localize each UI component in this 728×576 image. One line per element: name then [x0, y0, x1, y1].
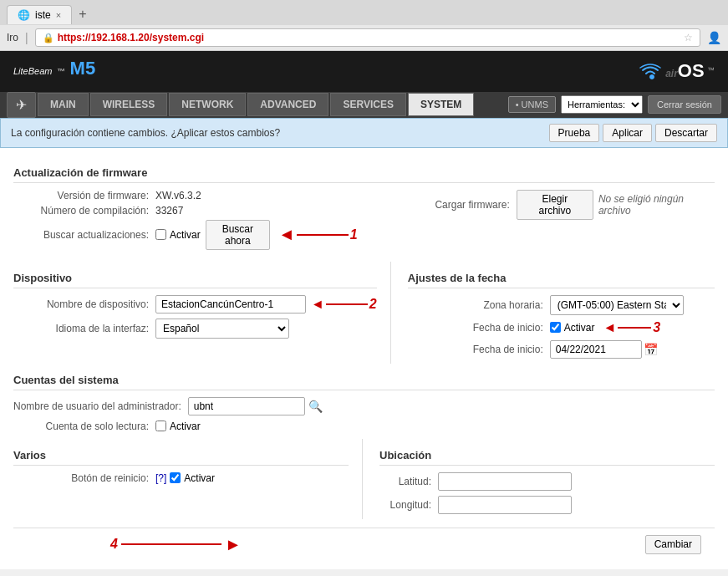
tab-services[interactable]: SERVICES: [330, 93, 405, 116]
arrow-line-3: [618, 327, 651, 329]
herramientas-select[interactable]: Herramientas:: [561, 95, 643, 114]
arrow-left-1: ◄: [278, 225, 295, 244]
reinicio-activar-text: Activar: [184, 472, 215, 484]
firmware-version-value: XW.v6.3.2: [155, 190, 201, 201]
notice-buttons: Prueba Aplicar Descartar: [549, 124, 717, 142]
nav-home-btn[interactable]: ✈: [7, 92, 36, 118]
date-input-wrap: 📅: [550, 340, 658, 359]
reinicio-checkbox[interactable]: [170, 472, 181, 483]
no-file-text: No se eligió ningún archivo: [598, 193, 715, 217]
firmware-build-row: Número de compilación: 33267: [13, 205, 358, 217]
annotation-3: 3: [653, 320, 660, 335]
reinicio-checkbox-label: Activar: [170, 472, 215, 484]
tab-main[interactable]: MAIN: [38, 93, 89, 116]
buscar-row: Buscar actualizaciones: Activar Buscar a…: [13, 220, 358, 250]
dispositivo-section: Dispositivo Nombre de dispositivo: docum…: [13, 262, 391, 364]
cambiar-btn[interactable]: Cambiar: [645, 535, 701, 554]
firmware-build-value: 33267: [155, 205, 183, 217]
latitud-input[interactable]: [438, 472, 572, 491]
brand-litebeam: LiteBeam: [13, 66, 52, 76]
idioma-label: Idioma de la interfaz:: [13, 323, 155, 334]
varios-title: Varios: [13, 449, 349, 466]
aplicar-btn[interactable]: Aplicar: [603, 124, 652, 142]
tab-close-btn[interactable]: ×: [56, 10, 61, 20]
arrow-left-3: ◄: [603, 320, 616, 335]
content: Actualización de firmware Versión de fir…: [0, 148, 728, 569]
os-text: OS: [678, 60, 705, 81]
annotation-2: 2: [369, 297, 377, 312]
unms-badge: • UNMS: [508, 96, 556, 113]
readonly-checkbox-label: Activar: [155, 421, 201, 432]
descartar-btn[interactable]: Descartar: [655, 124, 717, 142]
browser-chrome: 🌐 iste × + Iro | 🔒 https://192.168.1.20/…: [0, 0, 728, 51]
longitud-input[interactable]: [438, 496, 572, 514]
readonly-checkbox[interactable]: [155, 421, 166, 431]
notice-text: La configuración contiene cambios. ¿Apli…: [11, 127, 280, 139]
ubicacion-section: Ubicación Latitud: Longitud:: [363, 439, 715, 519]
fecha-activar-checkbox[interactable]: [550, 322, 561, 333]
elegir-archivo-btn[interactable]: Elegir archivo: [517, 190, 593, 220]
address-bar: Iro | 🔒 https://192.168.1.20/system.cgi …: [0, 25, 728, 50]
device-fecha-container: Dispositivo Nombre de dispositivo: docum…: [13, 262, 715, 364]
password-search-icon[interactable]: 🔍: [308, 400, 323, 413]
varios-ubicacion-container: Varios Botón de reinicio: [?] Activar Ub…: [13, 439, 715, 519]
firmware-section-title: Actualización de firmware: [13, 166, 715, 183]
calendar-icon[interactable]: 📅: [644, 343, 658, 356]
zona-select[interactable]: (GMT-05:00) Eastern Sta: [550, 295, 684, 315]
url-box[interactable]: 🔒 https://192.168.1.20/system.cgi ☆: [35, 28, 700, 47]
arrow-left-2: ◄: [311, 297, 324, 312]
fecha-inicio-check-label: Fecha de inicio:: [408, 322, 550, 334]
cerrar-sesion-btn[interactable]: Cerrar sesión: [648, 95, 721, 114]
longitud-label: Longitud:: [379, 499, 438, 511]
firmware-content: Versión de firmware: XW.v6.3.2 Número de…: [13, 190, 715, 255]
zona-label: Zona horaria:: [408, 299, 550, 311]
buscar-activar-checkbox[interactable]: [155, 229, 166, 240]
admin-label: Nombre de usuario del administrador:: [13, 400, 188, 412]
reinicio-help-link[interactable]: [?]: [155, 472, 166, 484]
browser-tab[interactable]: 🌐 iste ×: [7, 5, 72, 24]
brand-tm: ™: [57, 67, 65, 76]
address-label: Iro: [7, 32, 18, 43]
separator: |: [25, 31, 28, 44]
fecha-section: Ajustes de la fecha Zona horaria: (GMT-0…: [391, 262, 715, 364]
bookmark-icon[interactable]: ☆: [684, 32, 693, 43]
fecha-value-row: Fecha de inicio: 📅: [408, 340, 715, 359]
new-tab-btn[interactable]: +: [72, 3, 93, 25]
profile-icon[interactable]: 👤: [707, 31, 721, 44]
reinicio-row: Botón de reinicio: [?] Activar: [13, 472, 349, 484]
nombre-label: Nombre de dispositivo:: [13, 298, 155, 310]
tab-wireless[interactable]: WIRELESS: [90, 93, 168, 116]
tab-favicon: 🌐: [18, 9, 30, 21]
latitud-row: Latitud:: [379, 472, 715, 491]
url-text: https://192.168.1.20/system.cgi: [58, 32, 204, 43]
fecha-input[interactable]: [550, 340, 642, 359]
notice-bar: La configuración contiene cambios. ¿Apli…: [0, 118, 728, 148]
buscar-ahora-btn[interactable]: Buscar ahora: [206, 220, 270, 250]
tab-system[interactable]: SYSTEM: [408, 93, 474, 116]
firmware-right: Cargar firmware: Elegir archivo No se el…: [374, 190, 715, 255]
firmware-version-row: Versión de firmware: XW.v6.3.2: [13, 190, 358, 201]
tab-title: iste: [35, 9, 51, 21]
tab-bar: 🌐 iste × +: [0, 0, 728, 25]
idioma-select[interactable]: Español English Português: [155, 319, 289, 339]
nav-bar: ✈ MAIN WIRELESS NETWORK ADVANCED SERVICE…: [0, 92, 728, 118]
app: LiteBeam ™ M5 airOS ™ ✈ MAIN WIRELESS NE…: [0, 51, 728, 569]
admin-input[interactable]: [188, 397, 305, 415]
prueba-btn[interactable]: Prueba: [549, 124, 600, 142]
cargar-firmware-label: Cargar firmware:: [374, 199, 517, 211]
readonly-activar-text: Activar: [170, 421, 201, 432]
readonly-label: Cuenta de solo lectura:: [13, 421, 155, 432]
firmware-left: Versión de firmware: XW.v6.3.2 Número de…: [13, 190, 358, 255]
nombre-dispositivo-row: Nombre de dispositivo: document.currentS…: [13, 295, 377, 313]
arrow-line-2: [326, 303, 368, 305]
admin-row: Nombre de usuario del administrador: 🔍: [13, 397, 715, 415]
fecha-inicio-check-row: Fecha de inicio: Activar ◄ 3: [408, 320, 715, 335]
buscar-checkbox-label: Activar: [155, 229, 201, 241]
nav-right: • UNMS Herramientas: Cerrar sesión: [508, 95, 721, 114]
tab-network[interactable]: NETWORK: [169, 93, 246, 116]
nombre-input[interactable]: [155, 295, 306, 313]
idioma-row: Idioma de la interfaz: Español English P…: [13, 319, 377, 339]
tab-advanced[interactable]: ADVANCED: [247, 93, 328, 116]
readonly-row: Cuenta de solo lectura: Activar: [13, 421, 715, 432]
arrow-line-1: [297, 234, 349, 236]
